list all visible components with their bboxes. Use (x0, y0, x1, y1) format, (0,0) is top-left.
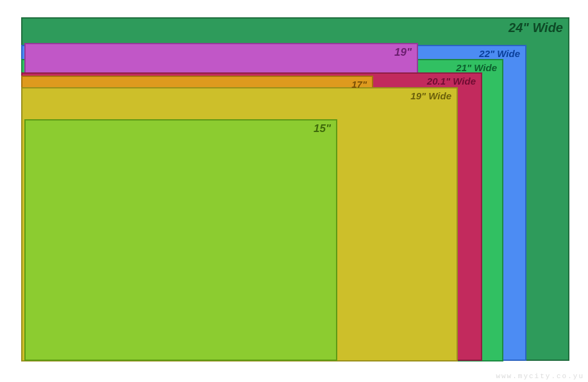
watermark-text: www.mycity.co.yu (496, 372, 584, 380)
rect-15-standard: 15" (24, 119, 337, 361)
label-19-standard: 19" (394, 46, 412, 59)
rect-19-standard: 19" (24, 43, 418, 72)
label-15-standard: 15" (314, 122, 331, 135)
label-201-wide: 20.1" Wide (427, 76, 476, 87)
label-17-standard: 17" (351, 79, 367, 90)
rect-17-standard: 17" (21, 76, 373, 87)
label-24-wide: 24" Wide (508, 21, 563, 35)
size-comparison-canvas: 24" Wide 22" Wide 21" Wide 20.1" Wide 19… (0, 0, 588, 382)
label-22-wide: 22" Wide (479, 48, 520, 59)
label-19-wide: 19" Wide (410, 90, 451, 101)
label-21-wide: 21" Wide (456, 62, 497, 73)
